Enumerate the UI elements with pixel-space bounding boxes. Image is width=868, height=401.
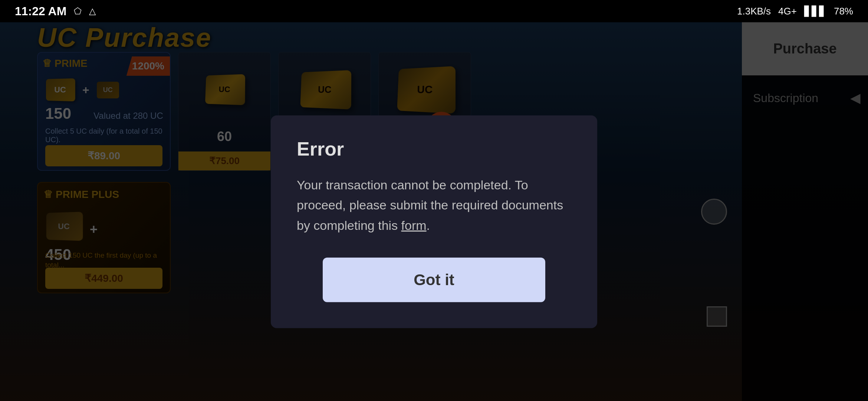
dialog-title: Error — [297, 138, 571, 160]
warning-icon: △ — [89, 6, 96, 16]
network-type: 4G+ — [778, 6, 797, 17]
status-left: 11:22 AM ⬠ △ — [15, 4, 96, 18]
error-dialog: Error Your transaction cannot be complet… — [271, 115, 597, 328]
battery: 78% — [834, 6, 853, 17]
dropbox-icon: ⬠ — [74, 6, 82, 16]
dialog-footer: Got it — [297, 258, 571, 317]
got-it-button[interactable]: Got it — [323, 258, 545, 302]
status-time: 11:22 AM — [15, 4, 66, 18]
network-speed: 1.3KB/s — [737, 6, 771, 17]
dialog-message-text: Your transaction cannot be completed. To… — [297, 178, 563, 232]
period: . — [427, 218, 430, 232]
signal-icon: ▋▋▋ — [804, 6, 826, 17]
dialog-message: Your transaction cannot be completed. To… — [297, 175, 571, 235]
dialog-body: Error Your transaction cannot be complet… — [271, 115, 597, 328]
status-right: 1.3KB/s 4G+ ▋▋▋ 78% — [737, 6, 853, 17]
form-link[interactable]: form — [401, 218, 427, 232]
status-bar: 11:22 AM ⬠ △ 1.3KB/s 4G+ ▋▋▋ 78% — [0, 0, 868, 22]
